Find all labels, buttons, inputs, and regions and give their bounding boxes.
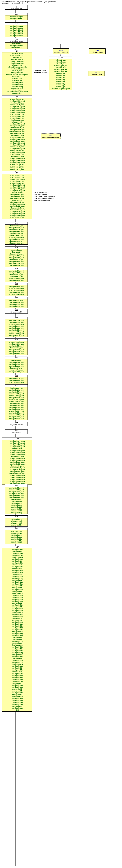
tag: release1_final_v1 <box>3 59 32 60</box>
tag: checkpoint56_post <box>6 347 27 349</box>
tag: checkpoint59s <box>3 549 32 551</box>
rev-box-1-18[interactable]: 1.18checkpoint57checkpoint57a_postcheckp… <box>5 356 28 373</box>
rev-box-1-10[interactable]: 1.10checkpoint53a_precheckpoint53a_postc… <box>5 222 28 245</box>
tag: checkpoint59w <box>3 556 32 558</box>
branch-link[interactable]: 1.3.2 <box>49 134 52 136</box>
rev-box-1-21[interactable]: 1.2130_checkpoint57w <box>5 422 28 426</box>
rev-box-1-17[interactable]: 1.17checkpoint55l_postcheckpoint55m_post… <box>5 338 28 355</box>
rev-box-1-24[interactable]: 1.24checkpoint58s_postcheckpoint58t_post… <box>5 484 28 515</box>
tag: checkpoint54b_pre <box>6 262 27 265</box>
tag: checkpoint46c_post <box>3 142 32 144</box>
tag: checkpoint63p <box>3 702 32 704</box>
branch-link[interactable]: 1.4.2 <box>59 49 63 51</box>
tag: checkpoint59k <box>6 524 27 526</box>
tag: checkpoint52e_post <box>3 186 32 188</box>
tag: checkpoint58v_post <box>6 495 27 497</box>
tag: checkpoint43pre <box>3 72 32 74</box>
tag: checkpoint62e <box>3 629 32 631</box>
branch-link[interactable]: 1.4.4.1.2 <box>93 71 100 73</box>
rev-box-1-7[interactable]: 1.7checkpoint51_postcheckpoint52_postche… <box>2 172 32 219</box>
branch-rev-1-4-2-1[interactable]: 1.4.2.1 release1_p12release1_p11release1… <box>49 56 72 90</box>
tag: checkpoint54i_post <box>6 288 27 289</box>
rev-box-1-3[interactable]: 1.3checkpoint38pre4checkpoint38pre5check… <box>5 22 28 37</box>
tag: checkpoint55e_post <box>6 325 27 327</box>
tag: checkpoint52c_post <box>3 215 32 217</box>
tag: checkpoint55j_post <box>6 333 27 335</box>
tag: checkpoint62t <box>3 658 32 659</box>
branch-box-1-4-4-1-2[interactable]: 1.4.4.1.2 release1_50yr <box>88 71 105 76</box>
rev-box-1-4[interactable]: 1.424_checkpoint38precheckpoint38checkpo… <box>5 38 28 49</box>
rev-tags: checkpoint55l_postcheckpoint55m_postchec… <box>5 341 28 355</box>
branch-box-release1-50yr[interactable]: 1.4.4 release1_50yr <box>89 49 106 54</box>
rev-tags: checkpoint58s_postcheckpoint58t_postchec… <box>5 487 28 514</box>
rev-header: 1.424_checkpoint38pre <box>5 38 28 42</box>
tag: checkpoint61d <box>3 576 32 578</box>
rev-tags: checkpoint59hcheckpoint59icheckpoint59jc… <box>5 518 28 526</box>
tag: release1_p2 <box>50 86 72 88</box>
rev-box-1-22[interactable]: 1.22checkpoint57x <box>5 430 28 434</box>
tag: checkpoint59 <box>6 499 27 500</box>
rev-header: 1.1521_checkpoint55c <box>5 309 28 313</box>
tag: checkpoint52f_pre <box>6 235 27 237</box>
tag: checkpoint57r_post <box>6 410 27 412</box>
rev-header: 1.10 <box>5 222 28 225</box>
tag: checkpoint52a_post <box>3 179 32 180</box>
tag: release1_p12_pre <box>50 71 72 72</box>
tag: checkpoint53b_post <box>6 231 27 232</box>
rev-box-1-1[interactable]: 1.125_checkpoint37 <box>5 5 28 10</box>
rev-tags: checkpoint59lcheckpoint59mcheckpoint59nc… <box>5 530 28 544</box>
tag: checkpoint62d <box>3 627 32 629</box>
branch-box-release1-coupled[interactable]: 1.4.2 release1_coupled <box>53 49 69 54</box>
tag: release1_p4 <box>50 82 72 84</box>
rev-header: 1.14 <box>5 297 28 299</box>
rev-box-1-15[interactable]: 1.1521_checkpoint55c <box>5 309 28 313</box>
branch-box-nefmods[interactable]: 1.3.2 branch-nefmods-curt <box>41 133 60 139</box>
graph-canvas: 1.125_checkpoint371.2checkpoint38prechec… <box>0 5 122 868</box>
rev-box-1-27[interactable]: 1.27checkpoint59scheckpoint59tcheckpoint… <box>2 546 32 712</box>
tag: checkpoint54j_post <box>6 289 27 291</box>
tag: release1_p13 <box>50 67 72 69</box>
rev-box-1-2[interactable]: 1.2checkpoint38precheckpoint38pre2 <box>5 13 28 20</box>
tag: checkpoint46b_post <box>3 123 32 125</box>
rev-header: 1.22checkpoint57x <box>5 430 28 434</box>
tag: checkpoint54l_post <box>6 293 27 295</box>
tag: checkpoint61u <box>3 608 32 610</box>
rev-box-1-16[interactable]: 1.16checkpoint55d_precheckpoint55d_postc… <box>5 317 28 337</box>
tag: checkpoint55l_post <box>6 341 27 343</box>
branch-link[interactable]: 1.4.4 <box>95 49 99 51</box>
rev-box-1-13[interactable]: 1.13checkpoint54h_postcheckpoint54i_post… <box>5 283 28 296</box>
tag: checkpoint59n <box>6 534 27 536</box>
tag: checkpoint61y <box>3 616 32 618</box>
rev-box-1-25[interactable]: 1.25checkpoint59hcheckpoint59icheckpoint… <box>5 516 28 527</box>
rev-box-1-12[interactable]: 1.12checkpoint54e_postcheckpoint54d_post… <box>5 267 28 282</box>
rev-version: 1.5 <box>16 50 18 52</box>
tag: checkpoint52n_post <box>3 211 32 213</box>
rev-box-1-20[interactable]: 1.20checkpoint57f_precheckpoint57g_postc… <box>5 384 28 420</box>
tag: checkpoint52_post <box>3 177 32 179</box>
rev-box-1-6[interactable]: 1.6checkpoint44b_precheckpoint44b_postch… <box>2 95 32 172</box>
rev-box-1-23[interactable]: 1.23checkpoint57y_postcheckpoint57z_post… <box>2 437 32 485</box>
tag: checkpoint58d_post <box>3 452 32 454</box>
tag: checkpoint54d_post <box>6 272 27 274</box>
rev-version: 1.18 <box>15 357 18 359</box>
rev-box-1-11[interactable]: 1.11checkpoint54ccheckpoint54checkpoint5… <box>5 246 28 267</box>
tag: checkpoint61n <box>3 595 32 596</box>
tag: checkpoint42_pre <box>3 68 32 70</box>
rev-header: 1.2 <box>5 13 28 16</box>
tag: checkpoint63o <box>3 700 32 702</box>
rev-box-1-19[interactable]: 1.19checkpoint57c_precheckpoint57e_postc… <box>5 375 28 384</box>
tag: checkpoint59l <box>6 530 27 532</box>
tag: checkpoint55i_post <box>6 331 27 333</box>
tag: checkpoint54c_post <box>6 257 27 259</box>
rev-box-1-26[interactable]: 1.26checkpoint59lcheckpoint59mcheckpoint… <box>5 528 28 545</box>
tag: checkpoint52m_post <box>3 209 32 211</box>
tag: checkpoint46a_post <box>3 159 32 161</box>
tag: checkpoint59j <box>6 522 27 524</box>
rev-box-1-14[interactable]: 1.14checkpoint55_postcheckpoint55a_postc… <box>5 297 28 308</box>
rev-version: 1.22 <box>15 430 18 432</box>
tag: checkpoint46_post <box>3 146 32 148</box>
tag: checkpoint58u_post <box>6 491 27 493</box>
tag: checkpoint38pre8 <box>6 33 27 35</box>
rev-box-1-5[interactable]: 1.5release1_beta1checkpoint40_pre1releas… <box>2 50 32 95</box>
tag: checkpoint53a_pre <box>6 225 27 227</box>
